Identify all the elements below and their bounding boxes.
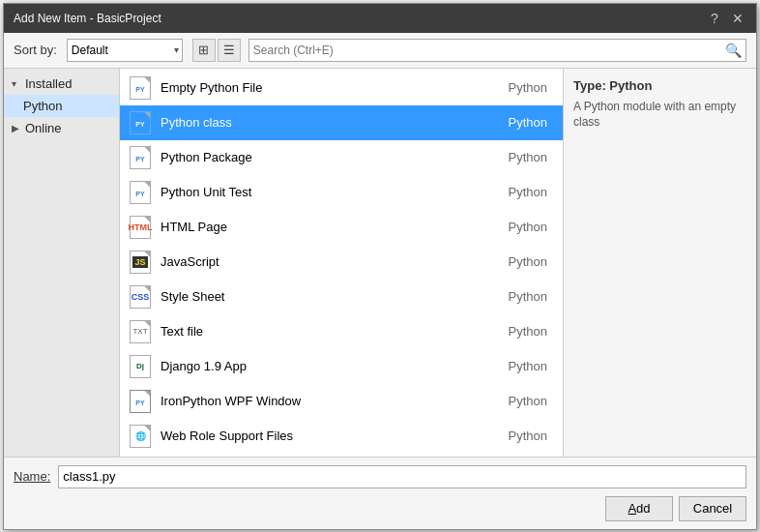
list-item[interactable]: 🌐 Web Role Support Files Python (120, 419, 563, 454)
name-input[interactable] (58, 465, 746, 488)
help-button[interactable]: ? (706, 10, 723, 27)
item-category: Python (509, 359, 547, 373)
add-button[interactable]: Add (605, 496, 673, 521)
left-panel: ▾ Installed Python ▶ Online (4, 69, 120, 457)
title-bar-buttons: ? ✕ (706, 10, 746, 27)
item-icon-ironpython: PY (128, 389, 153, 414)
type-label: Type: Python (573, 78, 746, 93)
search-input[interactable] (253, 44, 725, 57)
name-row: Name: (14, 465, 746, 488)
top-toolbar: Sort by: Default Name Category ⊞ ☰ 🔍 (4, 33, 756, 69)
main-content: ▾ Installed Python ▶ Online (4, 69, 756, 457)
item-category: Python (509, 115, 547, 130)
item-category: Python (509, 324, 547, 339)
type-prefix: Type: (573, 78, 606, 93)
sort-label: Sort by: (14, 43, 57, 57)
item-icon-web-role: 🌐 (128, 424, 153, 449)
item-name: Python class (161, 115, 501, 130)
item-icon-django: Dj (128, 354, 153, 379)
cancel-button[interactable]: Cancel (679, 496, 746, 521)
installed-arrow: ▾ (12, 78, 21, 89)
item-name: Text file (161, 324, 501, 339)
item-name: JavaScript (161, 254, 501, 269)
item-name: Style Sheet (161, 289, 501, 304)
search-wrapper: 🔍 (248, 39, 746, 62)
item-icon-html: HTML (128, 215, 153, 240)
item-icon-empty-py: PY (128, 75, 153, 101)
item-icon-py-class: PY (128, 110, 153, 135)
python-label: Python (23, 99, 62, 113)
tree-online[interactable]: ▶ Online (4, 117, 119, 139)
item-icon-js: JS (128, 250, 153, 275)
list-item[interactable]: HTML HTML Page Python (120, 210, 563, 245)
title-bar: Add New Item - BasicProject ? ✕ (4, 4, 756, 33)
list-view-button[interactable]: ☰ (218, 39, 241, 62)
item-name: HTML Page (161, 220, 501, 234)
button-row: Add Cancel (14, 496, 746, 521)
list-item[interactable]: JS JavaScript Python (120, 245, 563, 280)
name-label: Name: (14, 469, 50, 484)
item-name: Python Unit Test (161, 185, 501, 199)
item-category: Python (509, 289, 547, 304)
item-category: Python (509, 429, 547, 443)
item-name: Django 1.9 App (161, 359, 501, 373)
list-item[interactable]: PY Python Package Python (120, 140, 563, 175)
item-icon-py-package: PY (128, 145, 153, 170)
item-category: Python (509, 150, 547, 164)
search-icon: 🔍 (725, 43, 742, 58)
item-category: Python (509, 185, 547, 199)
cancel-label: Cancel (693, 501, 732, 516)
list-item[interactable]: PY IronPython WPF Window Python (120, 384, 563, 419)
tree-installed[interactable]: ▾ Installed (4, 73, 119, 95)
grid-view-button[interactable]: ⊞ (192, 39, 216, 62)
bottom-bar: Name: Add Cancel (4, 457, 756, 529)
item-category: Python (509, 80, 547, 95)
item-icon-css: CSS (128, 284, 153, 310)
sort-select[interactable]: Default Name Category (67, 39, 183, 62)
online-label: Online (25, 121, 62, 135)
item-category: Python (509, 394, 547, 408)
view-buttons: ⊞ ☰ (192, 39, 241, 62)
item-category: Python (509, 220, 547, 234)
item-icon-txt: TXT (128, 319, 153, 344)
right-panel: Type: Python A Python module with an emp… (563, 69, 756, 457)
item-name: Web Role Support Files (161, 429, 501, 443)
close-button[interactable]: ✕ (729, 10, 746, 27)
list-item[interactable]: PY Empty Python File Python (120, 71, 563, 105)
type-name: Python (609, 78, 652, 93)
list-item[interactable]: TXT Text file Python (120, 314, 563, 349)
center-panel: PY Empty Python File Python PY (120, 69, 563, 457)
installed-label: Installed (25, 76, 72, 91)
list-item[interactable]: Dj Django 1.9 App Python (120, 349, 563, 384)
item-name: Python Package (161, 150, 501, 164)
add-new-item-dialog: Add New Item - BasicProject ? ✕ Sort by:… (3, 3, 757, 530)
type-description: A Python module with an empty class (573, 99, 746, 132)
add-label: Add (628, 501, 650, 516)
item-name: Empty Python File (161, 80, 501, 95)
sort-select-wrapper: Default Name Category (67, 39, 183, 62)
tree-python[interactable]: Python (4, 95, 119, 117)
online-arrow: ▶ (12, 123, 21, 133)
dialog-title: Add New Item - BasicProject (14, 12, 161, 25)
item-list: PY Empty Python File Python PY (120, 69, 563, 457)
dialog-body: Sort by: Default Name Category ⊞ ☰ 🔍 (4, 33, 756, 529)
item-name: IronPython WPF Window (161, 394, 501, 408)
list-item[interactable]: CSS Style Sheet Python (120, 280, 563, 314)
item-icon-py-test: PY (128, 180, 153, 205)
list-item[interactable]: PY Python class Python (120, 105, 563, 140)
list-item[interactable]: PY Python Unit Test Python (120, 175, 563, 210)
item-category: Python (509, 254, 547, 269)
